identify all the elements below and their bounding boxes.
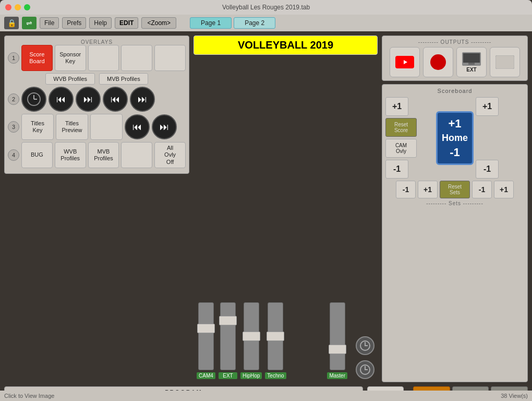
master-fader-handle[interactable]: [329, 345, 346, 354]
score-left-side: +1 ResetScore CAMOvly -1: [385, 97, 434, 179]
sets-right-minus-btn[interactable]: -1: [472, 181, 492, 198]
ext-fader-group: EXT: [219, 302, 237, 379]
middle-panel: VOLLEYBALL 2019 CAM4 EXT: [194, 36, 378, 382]
record-output-btn[interactable]: [423, 47, 453, 77]
file-menu[interactable]: File: [40, 17, 59, 29]
techno-fader-label: Techno: [265, 372, 286, 379]
wvb-profiles-btn[interactable]: WVB Profiles: [45, 73, 95, 85]
hiphop-fader-label: HipHop: [240, 372, 262, 379]
youtube-output-btn[interactable]: [390, 47, 420, 77]
svg-rect-10: [495, 55, 514, 69]
row-num-4: 4: [8, 149, 19, 161]
cam4-fader-group: CAM4: [197, 302, 215, 379]
bug-btn[interactable]: BUG: [21, 142, 53, 168]
mvb-profiles-btn[interactable]: MVB Profiles: [99, 73, 148, 85]
overlay-row-4: 4 BUG WVBProfiles MVBProfiles AllOvlyOff: [8, 142, 186, 168]
overlay-row-1: 1 ScoreBoard SponsorKey: [8, 45, 186, 71]
outputs-title: --------- OUTPUTS ---------: [385, 39, 524, 45]
status-left: Click to View Image: [4, 393, 54, 399]
master-fader-group: Master: [327, 302, 347, 379]
reset-score-btn[interactable]: ResetScore: [385, 118, 417, 137]
sponsor-key-btn[interactable]: SponsorKey: [55, 45, 86, 71]
next-btn-2[interactable]: ⏭: [130, 87, 155, 112]
scoreboard-btn[interactable]: ScoreBoard: [21, 45, 53, 71]
sets-right-plus-btn[interactable]: +1: [494, 181, 514, 198]
next-btn-1[interactable]: ⏭: [76, 87, 101, 112]
page2-tab[interactable]: Page 2: [234, 17, 275, 29]
titles-key-btn[interactable]: TitlesKey: [21, 114, 54, 140]
score-right-side: +1 -1: [476, 97, 524, 179]
hiphop-fader-group: HipHop: [240, 302, 262, 379]
cam4-fader-handle[interactable]: [197, 324, 215, 333]
page1-tab[interactable]: Page 1: [190, 17, 232, 29]
prev-btn-3[interactable]: ⏮: [125, 114, 150, 139]
ext-fader-track[interactable]: [220, 302, 236, 370]
status-bar: Click to View Image 38 View(s): [0, 391, 532, 401]
hiphop-fader-track[interactable]: [244, 302, 259, 370]
master-fader-track[interactable]: [330, 302, 345, 370]
youtube-icon: [395, 56, 414, 68]
clock-btn[interactable]: [21, 87, 46, 112]
prefs-menu[interactable]: Prefs: [62, 17, 86, 29]
zoom-control[interactable]: <Zoom>: [141, 17, 176, 29]
score-right-plus-btn[interactable]: +1: [476, 97, 499, 116]
score-right-minus-btn[interactable]: -1: [476, 160, 499, 179]
score-minus-display: -1: [442, 146, 468, 159]
svg-rect-8: [463, 53, 480, 63]
cam-ovly-btn[interactable]: CAMOvly: [385, 139, 417, 158]
output-btn-4[interactable]: [490, 47, 520, 77]
fader-icon-1[interactable]: [356, 336, 374, 355]
left-panel: OVERLAYS 1 ScoreBoard SponsorKey WVB Pro…: [4, 36, 189, 382]
maximize-button[interactable]: [24, 4, 30, 10]
score-minus-btn[interactable]: -1: [385, 160, 408, 179]
score-plus-btn[interactable]: +1: [385, 97, 408, 116]
fader-icon-2[interactable]: [356, 360, 374, 379]
mvb-profiles-row4-btn[interactable]: MVBProfiles: [88, 142, 119, 168]
all-ovly-off-btn[interactable]: AllOvlyOff: [154, 142, 186, 168]
ext-label: EXT: [466, 67, 476, 73]
hiphop-fader-handle[interactable]: [243, 332, 260, 341]
row-num-3: 3: [8, 121, 19, 133]
overlay-btn-5[interactable]: [154, 45, 186, 71]
sets-minus1-btn[interactable]: -1: [396, 181, 416, 198]
overlays-title: OVERLAYS: [8, 39, 186, 45]
row4-empty-btn[interactable]: [121, 142, 152, 168]
ext-fader-handle[interactable]: [219, 316, 237, 325]
show-title: VOLLEYBALL 2019: [194, 36, 378, 55]
row3-btn-3[interactable]: [90, 114, 123, 140]
overlays-section: OVERLAYS 1 ScoreBoard SponsorKey WVB Pro…: [4, 36, 189, 174]
techno-fader-track[interactable]: [268, 302, 283, 370]
help-menu[interactable]: Help: [89, 17, 112, 29]
scoreboard-title: Scoreboard: [385, 88, 524, 94]
sets-row: -1 +1 ResetSets -1 +1: [385, 181, 524, 198]
overlay-btn-3[interactable]: [88, 45, 119, 71]
techno-fader-handle[interactable]: [267, 332, 284, 341]
lock-icon[interactable]: 🔒: [4, 17, 19, 29]
edit-menu[interactable]: EDIT: [115, 17, 138, 29]
techno-fader-group: Techno: [265, 302, 286, 379]
reset-sets-btn[interactable]: ResetSets: [440, 181, 470, 198]
minimize-button[interactable]: [15, 4, 21, 10]
prev-btn-2[interactable]: ⏮: [103, 87, 128, 112]
right-panel: --------- OUTPUTS ---------: [382, 36, 528, 382]
row-num-2: 2: [8, 93, 19, 105]
window-title: Volleyball Les Rouges 2019.tab: [222, 4, 310, 11]
eq-icon[interactable]: ⇌: [22, 17, 37, 29]
score-main-display: +1 Home -1: [436, 111, 474, 165]
prev-btn-1[interactable]: ⏮: [49, 87, 74, 112]
overlay-btn-4[interactable]: [121, 45, 152, 71]
ext-output-btn[interactable]: EXT: [456, 47, 487, 77]
sets-label: --------- Sets ---------: [385, 200, 524, 206]
titles-preview-btn[interactable]: TitlesPreview: [56, 114, 88, 140]
cam4-fader-track[interactable]: [198, 302, 214, 370]
sets-plus1-btn[interactable]: +1: [418, 181, 438, 198]
score-team-display: Home: [442, 131, 468, 146]
close-button[interactable]: [5, 4, 11, 10]
titlebar: Volleyball Les Rouges 2019.tab: [0, 0, 532, 15]
next-btn-3[interactable]: ⏭: [152, 114, 177, 139]
menubar: 🔒 ⇌ File Prefs Help EDIT <Zoom> Page 1 P…: [0, 15, 532, 31]
cam4-fader-label: CAM4: [197, 372, 215, 379]
faders-area: CAM4 EXT HipHop Techno: [194, 58, 378, 382]
row-num-1: 1: [8, 52, 19, 64]
wvb-profiles-row4-btn[interactable]: WVBProfiles: [55, 142, 86, 168]
